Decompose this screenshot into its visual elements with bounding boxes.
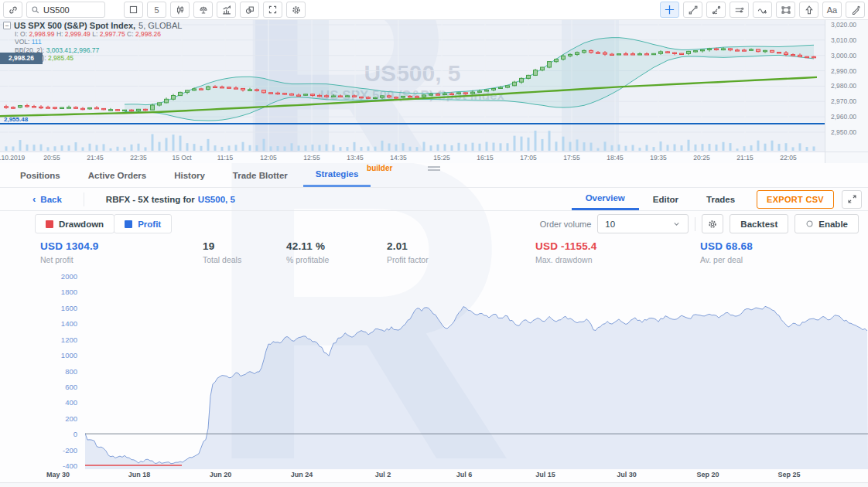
terminal-tab[interactable]: Trade Blotter xyxy=(220,163,300,187)
equity-y-tick: 200 xyxy=(0,414,77,423)
chart-settings-button[interactable] xyxy=(286,2,306,18)
tab-badge: builder xyxy=(367,164,392,172)
time-tick: 21:45 xyxy=(87,154,103,162)
equity-y-tick: 1400 xyxy=(0,319,77,328)
legend-chip[interactable]: Profit xyxy=(114,214,172,233)
text-tool-button[interactable]: Aa xyxy=(822,2,842,18)
shapes-icon xyxy=(244,5,255,15)
terminal-tab[interactable]: History xyxy=(162,163,217,187)
back-button[interactable]: ‹ Back xyxy=(0,195,84,204)
gear-icon xyxy=(707,219,718,230)
equity-chart[interactable]: 2000180016001400120010008006004002000-20… xyxy=(0,276,868,483)
price-axis[interactable]: 3,020.003,010.003,000.002,990.002,980.00… xyxy=(825,20,868,152)
stat-block: USD 1304.9Net profit xyxy=(40,240,203,264)
volume-line: VOL: 111 xyxy=(15,38,182,46)
back-chevron-icon: ‹ xyxy=(32,195,36,203)
equity-x-tick: Jun 20 xyxy=(210,471,232,478)
time-tick: 20:55 xyxy=(43,154,60,162)
strategy-tab[interactable]: Trades xyxy=(692,188,749,210)
collapse-chart-icon[interactable]: − xyxy=(3,22,11,29)
fullscreen-button[interactable] xyxy=(263,2,282,18)
legend-chip[interactable]: Drawdown xyxy=(35,214,114,233)
timeframe-button[interactable]: 5 xyxy=(147,2,166,18)
chart-layout-button[interactable] xyxy=(124,2,143,18)
strategy-tab[interactable]: Editor xyxy=(639,188,692,210)
stat-label: Av. per deal xyxy=(700,255,753,264)
price-chart-widget[interactable]: R US500, 5 US SPX 500 (S&P) Spot Index −… xyxy=(0,20,868,163)
backtest-button[interactable]: Backtest xyxy=(730,214,788,233)
fullscreen-icon xyxy=(268,5,278,15)
timeframe-label: 5 xyxy=(154,5,159,15)
stat-label: Profit factor xyxy=(387,255,535,264)
equity-y-tick: 1600 xyxy=(0,304,77,312)
rectangle-tool-button[interactable] xyxy=(776,2,795,18)
equity-x-tick: Jul 6 xyxy=(456,471,473,478)
price-tick: 2,950.00 xyxy=(831,128,856,136)
symbol-search-input[interactable] xyxy=(43,5,97,15)
price-tick: 2,970.00 xyxy=(831,97,856,105)
horizontal-level-label: 2,955.48 xyxy=(4,116,28,123)
terminal-tab[interactable]: Positions xyxy=(8,163,73,187)
equity-x-tick: May 30 xyxy=(46,471,70,478)
curve-tool-button[interactable] xyxy=(753,2,772,18)
stat-value: USD 1304.9 xyxy=(40,240,203,252)
stat-label: Net profit xyxy=(40,255,203,264)
stat-label: % profitable xyxy=(286,255,387,264)
export-csv-button[interactable]: EXPORT CSV xyxy=(757,190,834,209)
layout-icon xyxy=(128,5,138,15)
order-volume-select[interactable]: 10 xyxy=(597,214,689,233)
strategy-symbol-link[interactable]: US500, 5 xyxy=(198,195,235,204)
time-tick: 15 Oct xyxy=(172,154,191,162)
strategy-tab[interactable]: Overview xyxy=(572,188,639,210)
chart-toolbar: 5 Aa xyxy=(0,0,868,20)
expand-panel-button[interactable] xyxy=(842,190,862,209)
panel-resize-handle[interactable] xyxy=(428,166,440,172)
stat-block: 42.11 %% profitable xyxy=(286,240,387,264)
time-axis-corner xyxy=(825,152,868,163)
wave-icon xyxy=(757,5,768,15)
time-tick: 15:25 xyxy=(433,154,449,162)
crosshair-tool-button[interactable] xyxy=(660,2,679,18)
chart-title: US SPX 500 (S&P) Spot Index, xyxy=(14,22,135,30)
brush-tool-button[interactable] xyxy=(846,2,865,18)
ray-line-tool-button[interactable] xyxy=(706,2,726,18)
compare-scales-icon xyxy=(198,5,209,15)
compare-button[interactable] xyxy=(193,2,213,18)
symbol-search-box[interactable] xyxy=(26,2,105,18)
enable-button[interactable]: Enable xyxy=(795,214,859,233)
equity-y-tick: 1000 xyxy=(0,351,77,359)
stat-value: USD 68.68 xyxy=(700,240,753,252)
stat-block: 19Total deals xyxy=(203,240,286,264)
gear-icon xyxy=(291,5,302,15)
strategy-title: RBFX - 5X testing for US500, 5 xyxy=(84,192,235,206)
ohlc-line: I: O: 2,998.99 H: 2,999.49 L: 2,997.75 C… xyxy=(15,30,182,39)
time-tick: 17:55 xyxy=(563,154,579,162)
indicators-button[interactable] xyxy=(217,2,236,18)
chart-style-button[interactable] xyxy=(170,2,190,18)
price-tick: 3,020.00 xyxy=(831,21,856,29)
arrow-tool-button[interactable] xyxy=(799,2,818,18)
stat-value: 2.01 xyxy=(387,240,535,252)
equity-x-tick: Jun 18 xyxy=(128,471,151,478)
trend-line-tool-button[interactable] xyxy=(683,2,702,18)
stat-block: USD -1155.4Max. drawdown xyxy=(535,240,700,264)
ray-line-icon xyxy=(711,5,722,15)
time-tick: 21:15 xyxy=(736,154,753,162)
strategy-settings-button[interactable] xyxy=(702,214,723,233)
equity-x-tick: Sep 25 xyxy=(777,471,800,478)
order-volume-label: Order volume xyxy=(540,220,592,229)
trend-line-icon xyxy=(688,5,699,15)
time-tick: 17:05 xyxy=(520,154,536,162)
horizontal-line-tool-button[interactable] xyxy=(730,2,749,18)
equity-curve-canvas[interactable] xyxy=(85,276,868,469)
terminal-tab[interactable]: Strategiesbuilder xyxy=(303,163,371,187)
equity-x-tick: Jul 15 xyxy=(535,471,555,478)
objects-button[interactable] xyxy=(240,2,259,18)
time-tick: 19:35 xyxy=(650,154,666,162)
time-tick: 12:05 xyxy=(260,154,276,162)
time-axis[interactable]: 14.10.201920:5521:4522:3515 Oct11:1512:0… xyxy=(0,152,825,163)
price-tick: 2,980.00 xyxy=(831,82,856,90)
terminal-tab[interactable]: Active Orders xyxy=(76,163,159,187)
link-charts-button[interactable] xyxy=(3,2,22,18)
time-tick: 18:45 xyxy=(607,154,623,162)
